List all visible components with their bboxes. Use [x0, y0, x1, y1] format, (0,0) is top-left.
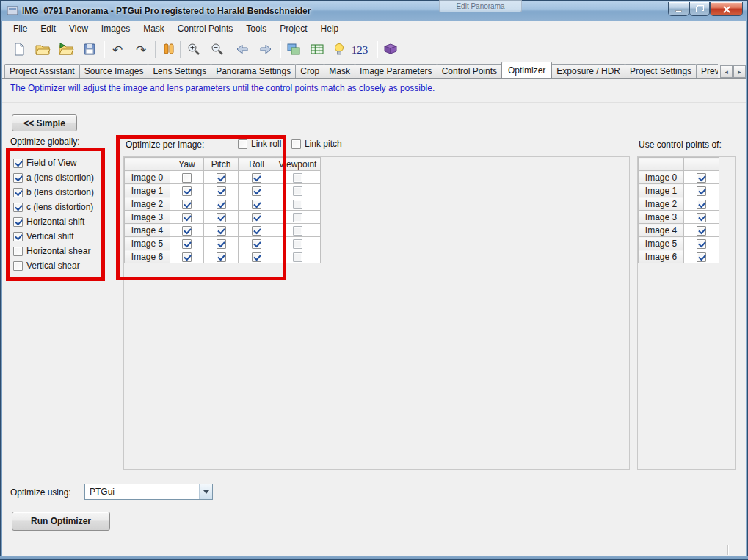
checkbox[interactable]: [13, 173, 23, 183]
roll-checkbox[interactable]: [252, 200, 261, 209]
use-cp-checkbox[interactable]: [697, 213, 706, 222]
use-cp-checkbox[interactable]: [697, 186, 706, 196]
dropdown-button[interactable]: [199, 484, 212, 499]
link-pitch-option[interactable]: Link pitch: [291, 139, 342, 149]
roll-checkbox[interactable]: [252, 213, 261, 222]
numeric-parameters-button[interactable]: 123: [347, 40, 372, 59]
title-bar[interactable]: IMG_0791 Panorama - PTGui Pro registered…: [0, 0, 748, 21]
previous-image-button[interactable]: [233, 40, 252, 59]
save-project-button[interactable]: [80, 40, 99, 59]
use-cp-checkbox[interactable]: [697, 252, 706, 262]
link-roll-option[interactable]: Link roll: [238, 139, 281, 149]
pitch-checkbox[interactable]: [217, 226, 226, 236]
yaw-checkbox[interactable]: [182, 186, 192, 196]
use-cp-checkbox[interactable]: [697, 173, 706, 183]
global-option-vertical-shift[interactable]: Vertical shift: [13, 229, 94, 244]
tab-scroll-right-button[interactable]: ▸: [733, 65, 746, 78]
roll-checkbox[interactable]: [252, 239, 261, 249]
roll-checkbox[interactable]: [252, 186, 261, 196]
global-option-field-of-view[interactable]: Field of View: [13, 156, 94, 170]
checkbox[interactable]: [13, 217, 23, 227]
menu-item-control-points[interactable]: Control Points: [171, 21, 239, 36]
tab-project-assistant[interactable]: Project Assistant: [4, 64, 80, 78]
viewpoint-checkbox[interactable]: [293, 173, 302, 183]
global-option-vertical-shear[interactable]: Vertical shear: [13, 258, 94, 273]
open-template-button[interactable]: [57, 40, 76, 59]
tab-previe[interactable]: Previe: [696, 64, 718, 78]
global-option-horizontal-shear[interactable]: Horizontal shear: [13, 244, 94, 258]
checkbox[interactable]: [13, 261, 23, 271]
redo-button[interactable]: ↷: [131, 40, 150, 59]
viewpoint-checkbox[interactable]: [293, 200, 302, 209]
tab-project-settings[interactable]: Project Settings: [625, 64, 697, 78]
zoom-out-button[interactable]: [208, 40, 227, 59]
hint-button[interactable]: [330, 40, 349, 59]
menu-item-file[interactable]: File: [7, 21, 34, 36]
roll-checkbox[interactable]: [252, 173, 261, 183]
pitch-checkbox[interactable]: [217, 252, 226, 262]
pitch-checkbox[interactable]: [217, 173, 226, 183]
next-image-button[interactable]: [256, 40, 275, 59]
minimize-button[interactable]: [668, 2, 689, 16]
tab-scroll-left-button[interactable]: ◂: [720, 65, 733, 78]
use-cp-checkbox[interactable]: [697, 200, 706, 209]
restore-button[interactable]: [689, 2, 710, 16]
menu-item-view[interactable]: View: [62, 21, 95, 36]
tab-panorama-settings[interactable]: Panorama Settings: [211, 64, 296, 78]
tab-crop[interactable]: Crop: [295, 64, 324, 78]
yaw-checkbox[interactable]: [182, 252, 192, 262]
menu-item-edit[interactable]: Edit: [34, 21, 62, 36]
checkbox[interactable]: [13, 188, 23, 197]
menu-item-images[interactable]: Images: [95, 21, 137, 36]
pitch-checkbox[interactable]: [217, 186, 226, 196]
optimizer-engine-select[interactable]: PTGui: [84, 484, 213, 500]
viewpoint-checkbox[interactable]: [293, 186, 302, 196]
checkbox[interactable]: [13, 232, 23, 241]
tool-button[interactable]: [159, 40, 178, 59]
pitch-checkbox[interactable]: [217, 200, 226, 209]
roll-checkbox[interactable]: [252, 252, 261, 262]
checkbox[interactable]: [13, 203, 23, 212]
viewpoint-checkbox[interactable]: [293, 226, 302, 236]
menu-item-mask[interactable]: Mask: [137, 21, 171, 36]
zoom-in-button[interactable]: [184, 40, 203, 59]
tab-image-parameters[interactable]: Image Parameters: [355, 64, 437, 78]
global-option-horizontal-shift[interactable]: Horizontal shift: [13, 214, 94, 229]
viewpoint-checkbox[interactable]: [293, 252, 302, 262]
new-project-button[interactable]: [10, 40, 29, 59]
yaw-checkbox[interactable]: [182, 213, 192, 222]
viewpoint-checkbox[interactable]: [293, 239, 302, 249]
menu-item-help[interactable]: Help: [314, 21, 346, 36]
link-roll-checkbox[interactable]: [238, 139, 247, 149]
use-cp-checkbox[interactable]: [697, 239, 706, 249]
pitch-checkbox[interactable]: [217, 213, 226, 222]
yaw-checkbox[interactable]: [182, 200, 192, 209]
global-option-b-lens-distortion[interactable]: b (lens distortion): [13, 185, 94, 200]
simple-mode-button[interactable]: << Simple: [12, 114, 77, 131]
tab-source-images[interactable]: Source Images: [79, 64, 149, 78]
yaw-checkbox[interactable]: [182, 239, 192, 249]
image-list-button[interactable]: [284, 40, 303, 59]
checkbox[interactable]: [13, 159, 23, 168]
table-view-button[interactable]: [308, 40, 327, 59]
yaw-checkbox[interactable]: [182, 226, 192, 236]
menu-item-tools[interactable]: Tools: [239, 21, 273, 36]
checkbox[interactable]: [13, 247, 23, 256]
tags-button[interactable]: [381, 40, 400, 59]
undo-button[interactable]: ↶: [108, 40, 127, 59]
tab-control-points[interactable]: Control Points: [437, 64, 502, 78]
viewpoint-checkbox[interactable]: [293, 213, 302, 222]
menu-item-project[interactable]: Project: [273, 21, 313, 36]
use-cp-checkbox[interactable]: [697, 226, 706, 236]
tab-lens-settings[interactable]: Lens Settings: [148, 64, 211, 78]
open-project-button[interactable]: [33, 40, 52, 59]
tab-optimizer[interactable]: Optimizer: [501, 62, 552, 78]
run-optimizer-button[interactable]: Run Optimizer: [12, 512, 110, 531]
link-pitch-checkbox[interactable]: [291, 139, 301, 149]
roll-checkbox[interactable]: [252, 226, 261, 236]
close-button[interactable]: [710, 2, 743, 16]
yaw-checkbox[interactable]: [182, 173, 192, 183]
global-option-c-lens-distortion[interactable]: c (lens distortion): [13, 200, 94, 214]
tab-exposure-hdr[interactable]: Exposure / HDR: [551, 64, 625, 78]
pitch-checkbox[interactable]: [217, 239, 226, 249]
